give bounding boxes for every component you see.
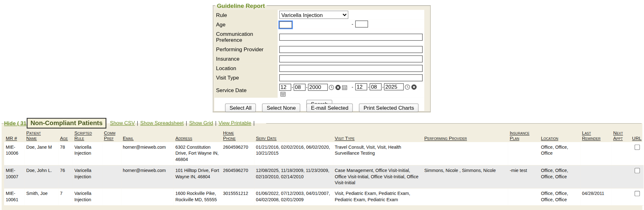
service-date-from-month-input[interactable] [279,84,291,91]
clock-icon[interactable] [405,84,410,90]
insurance-label: Insurance [214,54,278,64]
row-select-checkbox[interactable] [634,168,640,173]
cell-email: horner@mieweb.com [121,142,174,165]
col-header-performing-provider: Performing Provider [423,128,508,142]
sort-link-scripted-rule[interactable]: Scripted [74,130,101,135]
show-grid-link[interactable]: Show Grid [189,120,213,126]
select-none-button[interactable]: Select None [262,103,300,112]
sort-link-last-reminder[interactable]: Reminder [582,136,610,141]
sort-link-next-appt[interactable]: Next [613,130,629,135]
cell-performing-provider: Simmons, Nicole , Simmons, Nicole [423,165,508,188]
cell-visit-type: Visit, Pediatric Exam, Pediatric Exam, P… [333,188,423,205]
sort-link-email[interactable]: Email [123,136,172,141]
view-printable-link[interactable]: View Printable [219,120,251,126]
calendar-icon[interactable] [280,91,286,97]
cell-performing-provider [423,142,508,165]
show-spreadsheet-link[interactable]: Show Spreadsheet [140,120,184,126]
cell-comm-pref [102,165,121,188]
form-row-performing-provider: Performing Provider [214,45,424,54]
cell-home-phone: 2604596270 [221,165,254,188]
sort-link-mr[interactable]: MR # [6,136,23,141]
performing-provider-label: Performing Provider [214,45,278,54]
hide-link[interactable]: Hide ( 31 [4,120,26,126]
cell-insurance-plan [508,188,539,205]
email-selected-button[interactable]: E-mail Selected [307,103,353,112]
service-date-label: Service Date [214,83,278,98]
date-part-separator: - [368,84,369,90]
col-header-comm-pref: CommPref [102,128,121,142]
col-header-address: Address [174,128,221,142]
cell-next-appt [612,142,630,165]
col-header-email: Email [121,128,174,142]
cell-scripted-rule: Varicella Injection [73,142,102,165]
sort-link-performing-provider[interactable]: Performing Provider [424,136,506,141]
cell-patient-name: Doe, Jane M [25,142,58,165]
print-selected-charts-button[interactable]: Print Selected Charts [359,103,419,112]
cell-visit-type: Case Management, Office Visit-Initial, O… [333,165,423,188]
age-to-input[interactable] [355,21,368,28]
cell-url [630,188,644,205]
age-range-separator: - [352,21,353,27]
sort-link-scripted-rule[interactable]: Rule [74,136,101,141]
cell-serv-date: 01/21/2016, 02/02/2016, 06/02/2020, 10/2… [254,142,333,165]
sort-link-insurance-plan[interactable]: Insurance [510,130,538,135]
date-part-separator: - [291,85,293,90]
cell-location: Office, Office, Office, Office [539,188,580,205]
sort-link-home-phone[interactable]: Phone [223,136,253,141]
cell-address: 6302 Constitution Drive, Fort Wayne IN, … [174,142,221,165]
table-header-row: MR # PatientName Age ScriptedRule CommPr… [4,128,644,142]
insurance-input[interactable] [279,55,423,62]
sort-link-visit-type[interactable]: Visit Type [335,136,421,141]
sort-link-patient-name[interactable]: Name [26,136,57,141]
performing-provider-input[interactable] [279,46,423,53]
sort-link-last-reminder[interactable]: Last [582,130,610,135]
col-header-scripted-rule: ScriptedRule [73,128,102,142]
sort-link-insurance-plan[interactable]: Plan [510,136,538,141]
service-date-to-year-input[interactable] [384,83,404,90]
show-csv-link[interactable]: Show CSV [110,120,135,126]
cell-next-appt [612,188,630,205]
calendar-icon[interactable] [342,85,347,90]
cell-home-phone: 2604596270 [221,142,254,165]
sort-link-patient-name[interactable]: Patient [26,130,57,135]
cell-next-appt [612,165,630,188]
sort-link-next-appt[interactable]: Appt [613,136,629,141]
date-part-separator: - [306,85,308,90]
sort-link-address[interactable]: Address [175,136,220,141]
report-form: Rule Varicella Injection Age - Communica… [214,10,424,111]
row-select-checkbox[interactable] [634,191,640,196]
panel-border [266,123,641,124]
sort-link-url[interactable]: URL [632,136,642,141]
col-header-mr: MR # [4,128,25,142]
table-row: MIE-10006Doe, Jane M78Varicella Injectio… [4,142,644,165]
cell-address: 1600 Rockville Pike, Rockville MD, 55555 [174,188,221,205]
location-input[interactable] [279,65,423,72]
clear-icon[interactable] [335,85,341,90]
form-row-insurance: Insurance [214,54,424,64]
age-from-input[interactable] [279,21,292,28]
date-part-separator: - [382,84,384,90]
panel-title: Non-Compliant Patients [27,118,106,129]
rule-select[interactable]: Varicella Injection [279,11,348,19]
sort-link-serv-date[interactable]: Serv Date [256,136,331,141]
service-date-to-month-input[interactable] [355,83,367,90]
service-date-to-day-input[interactable] [370,83,382,90]
service-date-from-day-input[interactable] [294,84,306,91]
clear-icon[interactable] [411,84,417,90]
sort-link-comm-pref[interactable]: Comm [104,130,119,135]
service-date-from-year-input[interactable] [308,84,328,91]
visit-type-input[interactable] [279,74,423,81]
select-all-button[interactable]: Select All [225,103,256,112]
cell-performing-provider [423,188,508,205]
sort-link-home-phone[interactable]: Home [223,130,253,135]
clock-icon[interactable] [329,85,334,90]
row-select-checkbox[interactable] [634,145,640,150]
sort-link-comm-pref[interactable]: Pref [104,136,119,141]
communication-preference-input[interactable] [279,33,423,40]
selection-actions: Select All Select None E-mail Selected P… [213,103,431,112]
cell-url [630,165,644,188]
col-header-visit-type: Visit Type [333,128,423,142]
sort-link-age[interactable]: Age [60,136,71,141]
sort-link-location[interactable]: Location [541,136,579,141]
cell-last-reminder [580,165,612,188]
